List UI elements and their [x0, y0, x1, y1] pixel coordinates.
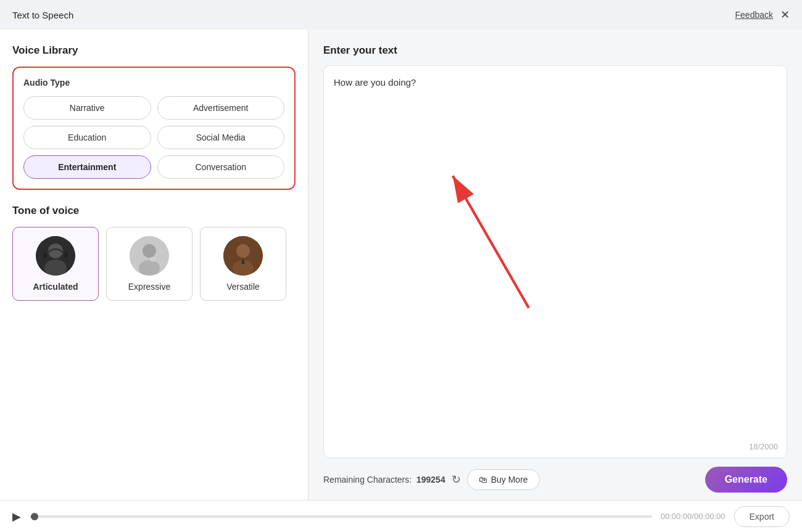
- annotation-arrow: [324, 66, 787, 457]
- audio-type-label: Audio Type: [23, 78, 284, 88]
- audio-type-conversation[interactable]: Conversation: [157, 155, 285, 179]
- progress-thumb: [31, 513, 38, 520]
- char-count: 18/2000: [749, 442, 778, 451]
- svg-rect-3: [43, 252, 47, 258]
- tone-grid: Articulated Expressive: [12, 227, 296, 301]
- voice-library-title: Voice Library: [12, 44, 296, 57]
- remaining-chars-section: Remaining Characters: 199254 ↻ 🛍 Buy Mor…: [323, 469, 540, 490]
- audio-type-education[interactable]: Education: [23, 126, 151, 149]
- time-display: 00:00:00/00:00:00: [661, 512, 726, 521]
- expressive-avatar-svg: [130, 236, 169, 276]
- svg-point-6: [143, 244, 156, 258]
- close-button[interactable]: ✕: [780, 9, 790, 20]
- tone-label-expressive: Expressive: [128, 282, 170, 292]
- play-button[interactable]: ▶: [12, 510, 21, 523]
- title-bar-actions: Feedback ✕: [735, 9, 790, 20]
- progress-track[interactable]: [30, 515, 652, 518]
- app-title: Text to Speech: [12, 10, 73, 20]
- tone-avatar-expressive: [130, 236, 169, 276]
- buy-more-icon: 🛍: [479, 475, 487, 485]
- tone-avatar-versatile: [223, 236, 263, 276]
- audio-type-grid: Narrative Advertisement Education Social…: [23, 96, 284, 179]
- audio-type-entertainment[interactable]: Entertainment: [23, 155, 151, 179]
- generate-button[interactable]: Generate: [705, 467, 787, 493]
- tone-avatar-articulated: [36, 236, 75, 276]
- audio-type-narrative[interactable]: Narrative: [23, 96, 151, 120]
- articulated-avatar-svg: [36, 236, 75, 276]
- audio-type-advertisement[interactable]: Advertisement: [157, 96, 285, 120]
- tone-of-voice-section: Tone of voice Articul: [12, 205, 296, 301]
- left-panel: Voice Library Audio Type Narrative Adver…: [0, 30, 308, 500]
- playback-bar: ▶ 00:00:00/00:00:00 Export: [0, 500, 802, 532]
- buy-more-button[interactable]: 🛍 Buy More: [467, 469, 540, 490]
- audio-type-social-media[interactable]: Social Media: [157, 126, 285, 149]
- text-area-wrapper: How are you doing? 18/2000: [323, 65, 787, 458]
- right-panel: Enter your text How are you doing? 18/20…: [308, 30, 802, 500]
- tone-label-versatile: Versatile: [226, 282, 260, 292]
- text-content[interactable]: How are you doing?: [334, 76, 777, 90]
- buy-more-label: Buy More: [491, 475, 528, 485]
- versatile-avatar-svg: [223, 236, 263, 276]
- svg-line-14: [453, 176, 529, 308]
- remaining-count: 199254: [416, 475, 445, 485]
- right-bottom-bar: Remaining Characters: 199254 ↻ 🛍 Buy Mor…: [323, 458, 787, 493]
- tone-card-articulated[interactable]: Articulated: [12, 227, 99, 301]
- enter-text-title: Enter your text: [323, 44, 787, 57]
- title-bar: Text to Speech Feedback ✕: [0, 0, 802, 30]
- refresh-button[interactable]: ↻: [452, 473, 461, 486]
- tone-label-articulated: Articulated: [33, 282, 78, 292]
- svg-point-10: [236, 244, 250, 258]
- tone-of-voice-title: Tone of voice: [12, 205, 296, 217]
- export-button[interactable]: Export: [734, 506, 790, 527]
- svg-point-8: [150, 257, 156, 262]
- svg-point-7: [139, 260, 160, 276]
- feedback-link[interactable]: Feedback: [735, 10, 773, 20]
- tone-card-versatile[interactable]: Versatile: [200, 227, 286, 301]
- audio-type-box: Audio Type Narrative Advertisement Educa…: [12, 67, 296, 190]
- main-layout: Voice Library Audio Type Narrative Adver…: [0, 30, 802, 500]
- remaining-chars-label: Remaining Characters: 199254: [323, 475, 445, 485]
- svg-rect-4: [64, 252, 68, 258]
- tone-card-expressive[interactable]: Expressive: [106, 227, 192, 301]
